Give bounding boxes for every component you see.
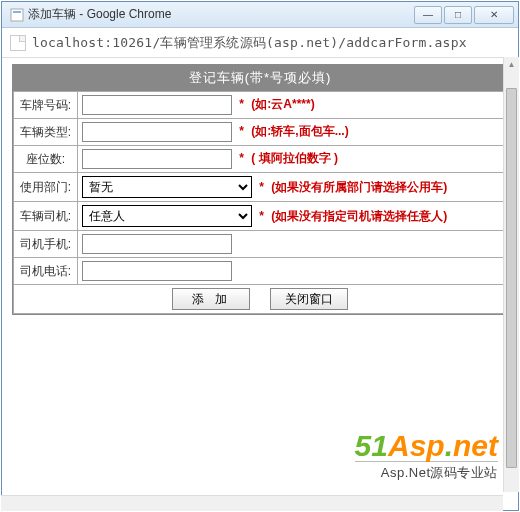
dept-label: 使用部门: (14, 173, 78, 202)
plate-label: 车牌号码: (14, 92, 78, 119)
seats-input[interactable] (82, 149, 232, 169)
watermark-logo: 51Asp.net Asp.Net源码专业站 (355, 429, 498, 482)
horizontal-scrollbar[interactable] (1, 495, 503, 511)
form-panel: 登记车辆(带*号项必填) 车牌号码: * (如:云A****) 车辆类型: * (12, 64, 508, 315)
window-title: 添加车辆 - Google Chrome (28, 6, 414, 23)
dept-hint: (如果没有所属部门请选择公用车) (271, 180, 447, 194)
scroll-thumb[interactable] (506, 88, 517, 468)
svg-rect-0 (11, 9, 23, 21)
mobile-label: 司机手机: (14, 231, 78, 258)
app-icon (10, 8, 24, 22)
maximize-button[interactable]: □ (444, 6, 472, 24)
url-text[interactable]: localhost:10261/车辆管理系统源码(asp.net)/addcar… (32, 34, 467, 52)
driver-label: 车辆司机: (14, 202, 78, 231)
phone-input[interactable] (82, 261, 232, 281)
required-mark: * (239, 124, 244, 138)
close-button[interactable]: ✕ (474, 6, 514, 24)
vertical-scrollbar[interactable]: ▲ (503, 57, 519, 492)
driver-select[interactable]: 任意人 (82, 205, 252, 227)
address-bar: localhost:10261/车辆管理系统源码(asp.net)/addcar… (2, 28, 518, 58)
required-mark: * (239, 151, 244, 165)
minimize-button[interactable]: — (414, 6, 442, 24)
plate-input[interactable] (82, 95, 232, 115)
close-window-button[interactable]: 关闭窗口 (270, 288, 348, 310)
driver-hint: (如果没有指定司机请选择任意人) (271, 209, 447, 223)
scroll-up-icon[interactable]: ▲ (504, 57, 519, 72)
phone-label: 司机电话: (14, 258, 78, 285)
seats-label: 座位数: (14, 146, 78, 173)
mobile-input[interactable] (82, 234, 232, 254)
form-header: 登记车辆(带*号项必填) (13, 65, 507, 91)
seats-hint: ( 填阿拉伯数字 ) (251, 151, 338, 165)
type-input[interactable] (82, 122, 232, 142)
type-label: 车辆类型: (14, 119, 78, 146)
required-mark: * (259, 209, 264, 223)
required-mark: * (259, 180, 264, 194)
svg-rect-1 (13, 11, 21, 13)
type-hint: (如:轿车,面包车...) (251, 124, 348, 138)
required-mark: * (239, 97, 244, 111)
plate-hint: (如:云A****) (251, 97, 314, 111)
page-icon (10, 35, 26, 51)
dept-select[interactable]: 暂无 (82, 176, 252, 198)
add-button[interactable]: 添 加 (172, 288, 250, 310)
window-titlebar: 添加车辆 - Google Chrome — □ ✕ (2, 2, 518, 28)
